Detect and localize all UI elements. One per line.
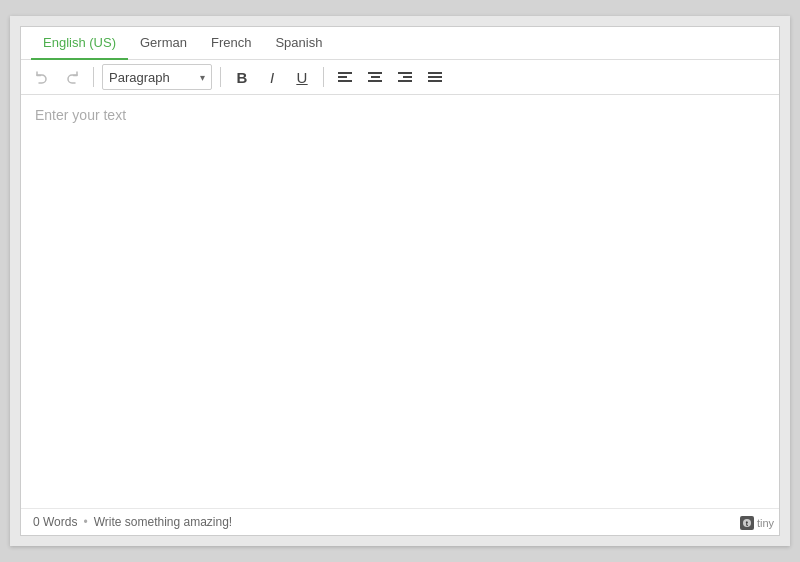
align-right-icon <box>398 72 412 82</box>
word-count: 0 Words <box>33 515 77 529</box>
language-tabs: English (US) German French Spanish <box>21 27 779 60</box>
align-center-icon <box>368 72 382 82</box>
tiny-logo: t <box>740 516 754 530</box>
align-left-button[interactable] <box>332 64 358 90</box>
divider-2 <box>220 67 221 87</box>
align-center-button[interactable] <box>362 64 388 90</box>
justify-button[interactable] <box>422 64 448 90</box>
tiny-name: tiny <box>757 517 774 529</box>
align-right-button[interactable] <box>392 64 418 90</box>
underline-button[interactable]: U <box>289 64 315 90</box>
redo-icon <box>65 70 79 84</box>
placeholder-text: Enter your text <box>35 105 126 126</box>
content-area[interactable]: Enter your text <box>21 95 779 508</box>
status-message: Write something amazing! <box>94 515 233 529</box>
tab-german[interactable]: German <box>128 27 199 60</box>
editor-container: English (US) German French Spanish <box>20 26 780 536</box>
paragraph-dropdown[interactable]: Paragraph ▾ <box>102 64 212 90</box>
undo-button[interactable] <box>29 64 55 90</box>
tab-spanish[interactable]: Spanish <box>263 27 334 60</box>
undo-icon <box>35 70 49 84</box>
justify-icon <box>428 72 442 82</box>
italic-button[interactable]: I <box>259 64 285 90</box>
tab-french[interactable]: French <box>199 27 263 60</box>
divider-1 <box>93 67 94 87</box>
bold-button[interactable]: B <box>229 64 255 90</box>
status-separator: • <box>83 515 87 529</box>
editor-wrapper: English (US) German French Spanish <box>10 16 790 546</box>
tab-english-us[interactable]: English (US) <box>31 27 128 60</box>
redo-button[interactable] <box>59 64 85 90</box>
tiny-branding: t tiny <box>740 516 774 530</box>
status-bar: 0 Words • Write something amazing! <box>21 508 779 535</box>
toolbar: Paragraph ▾ B I U <box>21 60 779 95</box>
align-left-icon <box>338 72 352 82</box>
chevron-down-icon: ▾ <box>200 72 205 83</box>
divider-3 <box>323 67 324 87</box>
